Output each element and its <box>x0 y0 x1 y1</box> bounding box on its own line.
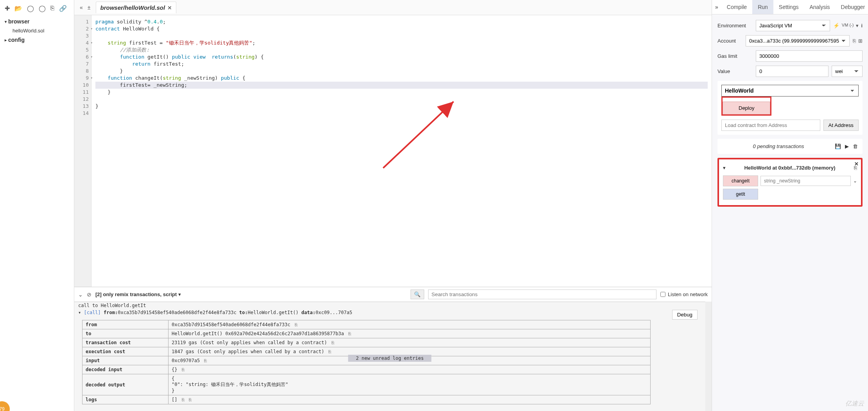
watermark: 亿速云 <box>845 400 864 408</box>
tab-run[interactable]: Run <box>752 0 773 14</box>
gas-label: Gas limit <box>717 53 753 59</box>
function-getit-button[interactable]: getIt <box>723 189 758 200</box>
function-changeit-button[interactable]: changeIt <box>723 175 758 186</box>
instance-title: HelloWorld at 0xbbf...732db (memory) <box>729 165 851 171</box>
table-row: decoded input{} ⎘ <box>82 365 651 374</box>
close-icon[interactable]: ✕ <box>167 5 172 11</box>
pending-text: 0 pending transactions <box>722 143 835 149</box>
console-output[interactable]: call to HelloWorld.getIt ▾ [call] from:0… <box>74 302 705 411</box>
filter-label: [2] only remix transactions, script <box>95 291 177 297</box>
trash-icon[interactable]: 🗑 <box>853 143 858 149</box>
panel-tabs: » Compile Run Settings Analysis Debugger… <box>712 0 868 14</box>
folder-open-icon[interactable]: 📂 <box>14 5 22 12</box>
editor-tabs-bar: « ± browser/helloWorld.sol ✕ <box>74 0 712 15</box>
code-editor[interactable]: 1234567891011121314 pragma solidity ^0.4… <box>74 15 712 287</box>
new-file-icon[interactable]: ✚ <box>5 5 10 12</box>
listen-checkbox-input[interactable] <box>660 292 665 297</box>
copy-icon[interactable]: ⎘ <box>853 38 856 44</box>
tab-debugger[interactable]: Debugger <box>836 0 868 14</box>
file-explorer-sidebar: ✚ 📂 ◯ ◯ ⎘ 🔗 ▾ browser helloWorld.sol ▸ c… <box>0 0 74 411</box>
vm-label: VM (-) <box>842 23 854 29</box>
search-button[interactable]: 🔍 <box>411 289 424 299</box>
caret-down-icon[interactable]: ▾ <box>856 23 859 29</box>
function-changeit-input[interactable] <box>760 176 851 186</box>
expand-icon[interactable]: ▾ <box>78 310 81 315</box>
run-panel-body: Environment JavaScript VM ⚡ VM (-) ▾ i A… <box>712 14 868 411</box>
info-icon[interactable]: i <box>861 23 863 29</box>
tab-settings[interactable]: Settings <box>773 0 804 14</box>
account-label: Account <box>717 38 742 44</box>
tab-analysis[interactable]: Analysis <box>804 0 835 14</box>
link-icon[interactable]: 🔗 <box>59 5 67 12</box>
deployed-instance: ✕ ▾ HelloWorld at 0xbbf...732db (memory)… <box>717 158 863 207</box>
copy-icon[interactable]: ⎘ <box>182 367 185 372</box>
account-select[interactable]: 0xca3...a733c (99.99999999999967595 <box>746 35 850 46</box>
tabs-prev-icon[interactable]: » <box>712 0 721 14</box>
console-call-line: call to HelloWorld.getIt <box>74 302 705 309</box>
pending-transactions: 0 pending transactions 💾 ▶ 🗑 <box>717 139 863 154</box>
chevron-down-icon[interactable]: ⌄ <box>853 178 857 184</box>
load-address-input[interactable] <box>721 120 820 131</box>
copy-icon[interactable]: ⎘ <box>182 397 185 402</box>
file-toolbar: ✚ 📂 ◯ ◯ ⎘ 🔗 <box>2 3 72 17</box>
editor-tab[interactable]: browser/helloWorld.sol ✕ <box>96 2 176 13</box>
copy-icon[interactable]: ⎘ <box>348 331 351 336</box>
copy-icon[interactable]: ⎘ <box>189 397 192 402</box>
file-label: helloWorld.sol <box>13 28 44 34</box>
debug-button[interactable]: Debug <box>672 310 698 320</box>
file-helloworld[interactable]: helloWorld.sol <box>2 26 72 35</box>
copy-icon[interactable]: ⎘ <box>204 358 207 363</box>
tab-compile[interactable]: Compile <box>721 0 752 14</box>
at-address-button[interactable]: At Address <box>823 120 859 131</box>
copy-icon[interactable]: ⎘ <box>332 340 334 345</box>
value-label: Value <box>717 68 753 74</box>
main-area: « ± browser/helloWorld.sol ✕ 12345678910… <box>74 0 712 411</box>
tabs-prev-icon[interactable]: « <box>77 4 85 11</box>
close-icon[interactable]: ✕ <box>854 161 859 167</box>
caret-right-icon: ▸ <box>5 38 7 42</box>
table-row: toHelloWorld.getIt() 0x692a70d2e424a56d2… <box>82 329 651 338</box>
copy-icon[interactable]: ⎘ <box>295 322 298 327</box>
contract-select[interactable]: HelloWorld <box>721 85 859 96</box>
github-icon[interactable]: ◯ <box>27 5 34 12</box>
value-input[interactable] <box>756 66 829 77</box>
table-row: from0xca35b7d915458ef540ade6068dfe2f44e8… <box>82 320 651 329</box>
deploy-button[interactable]: Deploy <box>723 102 770 114</box>
console-scrollbar[interactable] <box>705 302 712 411</box>
folder-label: browser <box>8 18 29 25</box>
clear-icon[interactable]: ⊘ <box>87 291 91 298</box>
save-icon[interactable]: 💾 <box>835 143 841 149</box>
gas-limit-input[interactable] <box>756 50 863 62</box>
add-icon[interactable]: ⊞ <box>858 38 863 44</box>
filter-dropdown[interactable]: [2] only remix transactions, script ▾ <box>95 291 181 297</box>
copy-files-icon[interactable]: ⎘ <box>50 5 54 12</box>
console-tx-line: ▾ [call] from:0xca35b7d915458ef540ade606… <box>74 309 705 316</box>
play-icon[interactable]: ▶ <box>845 143 849 149</box>
unread-toast[interactable]: 2 new unread log entries <box>348 355 431 362</box>
tab-title: browser/helloWorld.sol <box>100 4 165 11</box>
transaction-details-table: from0xca35b7d915458ef540ade6068dfe2f44e8… <box>82 320 651 404</box>
folder-browser[interactable]: ▾ browser <box>2 17 72 26</box>
environment-select[interactable]: JavaScript VM <box>756 20 830 31</box>
listen-label: Listen on network <box>668 291 708 297</box>
table-row: decoded output{ "0": "string: 锄禾日当午，学sol… <box>82 374 651 395</box>
terminal-toolbar: ⌄ ⊘ [2] only remix transactions, script … <box>74 287 712 302</box>
copy-icon[interactable]: ⎘ <box>328 349 331 354</box>
line-gutter: 1234567891011121314 <box>74 15 91 287</box>
table-row: transaction cost23119 gas (Cost only app… <box>82 338 651 347</box>
listen-checkbox[interactable]: Listen on network <box>660 291 708 297</box>
value-unit-select[interactable]: wei <box>832 66 863 77</box>
env-label: Environment <box>717 23 753 29</box>
tabs-add-icon[interactable]: ± <box>85 4 93 11</box>
table-row: logs[] ⎘ ⎘ <box>82 395 651 404</box>
right-panel: » Compile Run Settings Analysis Debugger… <box>712 0 868 411</box>
chevron-down-double-icon[interactable]: ⌄ <box>78 291 83 298</box>
github-icon-2[interactable]: ◯ <box>39 5 46 12</box>
plug-icon[interactable]: ⚡ <box>833 23 839 29</box>
code-content[interactable]: pragma solidity ^0.4.0; contract HelloWo… <box>91 15 712 287</box>
folder-config[interactable]: ▸ config <box>2 35 72 45</box>
search-input[interactable] <box>428 289 657 299</box>
caret-down-icon[interactable]: ▾ <box>723 165 726 171</box>
caret-down-icon: ▾ <box>5 20 7 24</box>
chevron-down-icon: ▾ <box>178 291 181 297</box>
